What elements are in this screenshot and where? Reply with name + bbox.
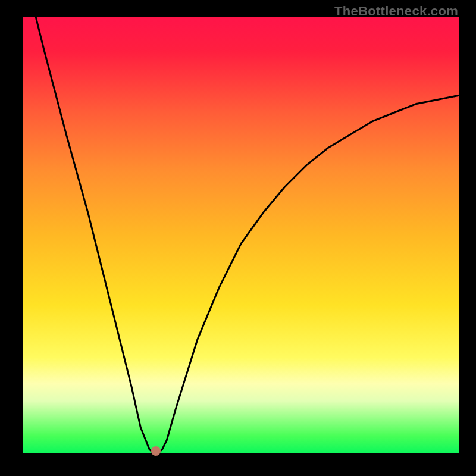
chart-frame: TheBottleneck.com <box>0 0 476 476</box>
plot-area <box>23 17 459 453</box>
bottleneck-curve <box>23 17 459 453</box>
optimal-point-marker <box>151 446 161 456</box>
